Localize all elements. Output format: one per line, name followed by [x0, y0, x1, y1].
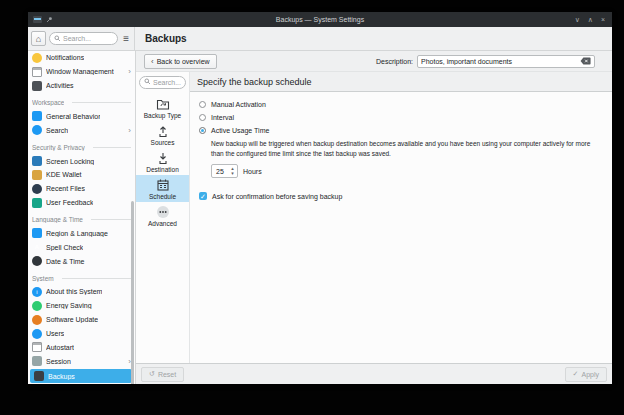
sidebar-item-icon	[32, 228, 42, 238]
sidebar-item-session[interactable]: Session ›	[28, 354, 135, 368]
sidebar-item-recent-files[interactable]: Recent Files	[28, 182, 135, 196]
sidebar-item-notifications[interactable]: Notifications	[28, 51, 135, 65]
spin-down-icon[interactable]: ▾	[231, 171, 234, 176]
sidebar-item-icon	[32, 198, 42, 208]
sidebar-item-activities[interactable]: Activities	[28, 79, 135, 93]
sidebar-item-window-management[interactable]: Window Management ›	[28, 65, 135, 79]
plan-nav-item-destination[interactable]: Destination	[136, 148, 189, 175]
sidebar-item-kde-wallet[interactable]: KDE Wallet	[28, 168, 135, 182]
plan-nav-item-sources[interactable]: Sources	[136, 121, 189, 148]
sidebar-item-icon	[32, 81, 42, 91]
sidebar-item-label: Recent Files	[46, 185, 85, 192]
sidebar-item-icon	[32, 329, 42, 339]
plan-nav-item-schedule[interactable]: Schedule	[136, 175, 189, 202]
schedule-description: New backup will be triggered when backup…	[211, 139, 602, 159]
confirmation-checkbox-row[interactable]: ✓ Ask for confirmation before saving bac…	[199, 192, 602, 200]
sidebar-scrollbar[interactable]	[131, 201, 134, 384]
sidebar-item-date-time[interactable]: Date & Time	[28, 254, 135, 268]
sidebar-item-icon	[32, 342, 42, 352]
sidebar-item-autostart[interactable]: Autostart	[28, 341, 135, 355]
sidebar-item-screen-locking[interactable]: Screen Locking	[28, 154, 135, 168]
plan-nav-column: Backup Type Sources Destination	[136, 92, 190, 363]
sidebar-item-icon: i	[32, 287, 42, 297]
clear-text-icon[interactable]	[580, 57, 591, 66]
sidebar-item-about-this-system[interactable]: i About this System	[28, 285, 135, 299]
toolbar-row: ⌂ Search... ≡ Backups	[28, 27, 612, 51]
sidebar-item-label: Screen Locking	[46, 158, 94, 165]
hours-spinbox[interactable]: 25 ▴ ▾	[211, 164, 238, 178]
maximize-button[interactable]: ∧	[588, 16, 593, 23]
radio-label: Manual Activation	[211, 101, 266, 108]
plan-nav-item-backup-type[interactable]: Backup Type	[136, 94, 189, 121]
sidebar-item-label: Language & Time	[32, 216, 83, 223]
titlebar[interactable]: Backups — System Settings ∨ ∧ ×	[28, 12, 612, 27]
apply-button[interactable]: ✓ Apply	[565, 367, 607, 382]
sidebar-item-icon	[34, 371, 44, 381]
plan-nav-label: Advanced	[148, 220, 177, 227]
sidebar-item-icon	[32, 256, 42, 266]
sidebar-item-icon	[32, 356, 42, 366]
sidebar-item-icon	[32, 301, 42, 311]
back-button-label: Back to overview	[157, 58, 210, 65]
radio-option-manual-activation[interactable]: Manual Activation	[199, 98, 602, 111]
sidebar-item-security-privacy: Security & Privacy	[28, 137, 135, 154]
advanced-icon	[156, 205, 170, 219]
minimize-button[interactable]: ∨	[575, 16, 580, 23]
close-button[interactable]: ×	[601, 16, 605, 23]
sidebar-item-software-update[interactable]: Software Update	[28, 313, 135, 327]
sidebar-item-label: Activities	[46, 82, 74, 89]
radio-icon	[199, 101, 206, 108]
hours-unit-label: Hours	[243, 168, 262, 175]
plan-search-input[interactable]: Search...	[139, 76, 186, 89]
sidebar-item-label: Backups	[48, 373, 75, 380]
sidebar-item-search[interactable]: Search ›	[28, 123, 135, 137]
sidebar-item-label: Software Update	[46, 316, 98, 323]
radio-label: Interval	[211, 114, 234, 121]
description-label: Description:	[376, 58, 413, 65]
sidebar-item-icon	[32, 53, 42, 63]
sidebar-item-region-language[interactable]: Region & Language	[28, 227, 135, 241]
hamburger-menu-icon[interactable]: ≡	[123, 33, 129, 44]
chevron-right-icon: ›	[128, 126, 131, 135]
sidebar-item-user-feedback[interactable]: User Feedback	[28, 196, 135, 210]
plan-nav-label: Backup Type	[144, 112, 181, 119]
footer-bar: ↺ Reset ✓ Apply	[136, 363, 612, 384]
sidebar-item-general-behavior[interactable]: General Behavior	[28, 110, 135, 124]
sidebar-item-icon	[32, 111, 42, 121]
sidebar-item-icon	[32, 156, 42, 166]
sidebar-item-label: Session	[46, 358, 71, 365]
radio-icon	[199, 114, 206, 121]
sidebar-item-label: User Feedback	[46, 199, 93, 206]
plan-nav-item-advanced[interactable]: Advanced	[136, 202, 189, 229]
apply-label: Apply	[581, 371, 599, 378]
sidebar-item-label: Date & Time	[46, 258, 85, 265]
sidebar-item-icon: A	[32, 242, 42, 252]
reset-icon: ↺	[149, 370, 155, 378]
radio-option-interval[interactable]: Interval	[199, 111, 602, 124]
radio-label: Active Usage Time	[211, 127, 269, 134]
sidebar-item-label: Users	[46, 330, 64, 337]
sidebar-item-energy-saving[interactable]: Energy Saving	[28, 299, 135, 313]
checkbox-checked-icon[interactable]: ✓	[199, 192, 207, 200]
sidebar-item-language-time: Language & Time	[28, 210, 135, 227]
description-input[interactable]: Photos, important documents	[417, 55, 595, 68]
reset-button[interactable]: ↺ Reset	[141, 367, 184, 382]
sidebar-item-label: About this System	[46, 288, 102, 295]
sidebar-item-label: KDE Wallet	[46, 171, 82, 178]
desktop-background: Backups — System Settings ∨ ∧ × ⌂ Search…	[0, 0, 624, 415]
sidebar-toolbar: ⌂ Search... ≡	[28, 27, 135, 50]
section-header: Specify the backup schedule	[190, 72, 612, 92]
sidebar-item-icon	[32, 67, 42, 77]
sidebar-search-input[interactable]: Search...	[49, 32, 118, 45]
sidebar-item-backups[interactable]: Backups	[30, 369, 132, 383]
back-arrow-icon: ‹	[151, 57, 154, 66]
home-button[interactable]: ⌂	[31, 31, 46, 46]
radio-option-active-usage-time[interactable]: Active Usage Time	[199, 124, 602, 137]
sidebar-item-spell-check[interactable]: A Spell Check	[28, 240, 135, 254]
sidebar-item-label: Region & Language	[46, 230, 108, 237]
back-to-overview-button[interactable]: ‹ Back to overview	[144, 54, 217, 69]
description-value: Photos, important documents	[421, 58, 577, 65]
schedule-panel: Manual Activation Interval A	[190, 92, 612, 363]
sidebar-item-label: Workspace	[32, 99, 64, 106]
sidebar-item-users[interactable]: Users	[28, 327, 135, 341]
